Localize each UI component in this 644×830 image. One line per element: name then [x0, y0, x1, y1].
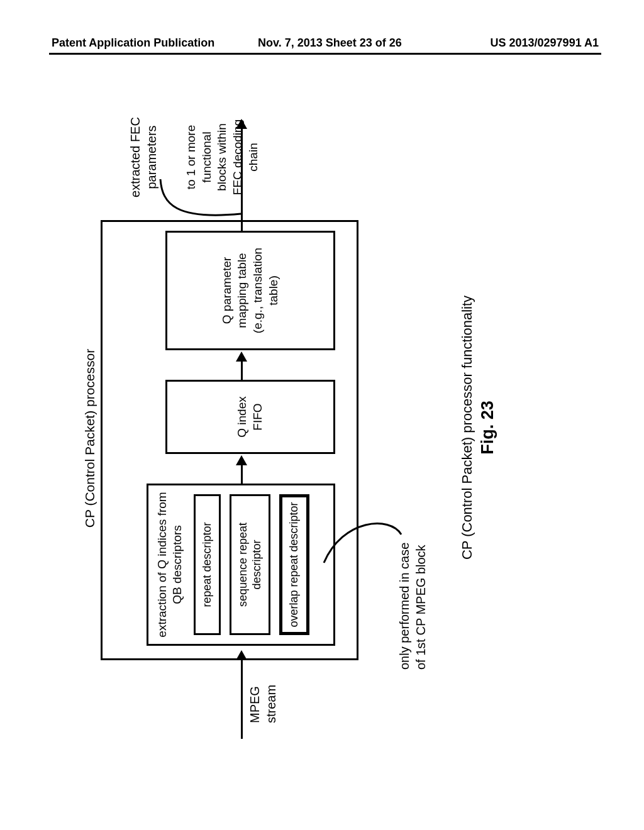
header-mid: Nov. 7, 2013 Sheet 23 of 26 — [258, 36, 402, 50]
header-right: US 2013/0297991 A1 — [491, 36, 599, 50]
leader-overlap-note — [324, 524, 401, 563]
page: Patent Application Publication Nov. 7, 2… — [0, 0, 644, 830]
leader-lines — [75, 113, 560, 742]
figure-wrapper: CP (Control Packet) processor extraction… — [38, 50, 597, 805]
header-left: Patent Application Publication — [52, 36, 214, 50]
leader-extracted-fec — [160, 179, 241, 215]
figure: CP (Control Packet) processor extraction… — [75, 113, 560, 742]
